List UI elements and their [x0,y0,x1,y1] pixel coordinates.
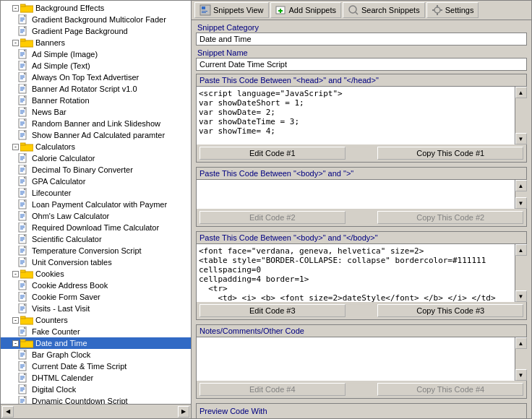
tree-item-loan-payment[interactable]: Loan Payment Calculator with Paymer [1,199,191,210]
tree-item-unit-conv[interactable]: Unit Conversion tables [1,256,191,268]
tree-item-label: Ohm's Law Calculator [32,212,109,220]
tree-item-gpa-calc[interactable]: GPA Calculator [1,176,191,187]
code2-textarea[interactable] [197,180,515,209]
code1-scrollbar[interactable]: ▲ ▼ [515,87,526,144]
tree-item-required-download[interactable]: Required Download Time Calculator [1,222,191,233]
code1-scroll-down[interactable]: ▼ [515,133,527,144]
tree-item-show-banner[interactable]: Show Banner Ad Calculated paramter [1,129,191,141]
tree-item-lifecounter[interactable]: Lifecounter [1,187,191,199]
code2-scroll-up[interactable]: ▲ [515,180,527,191]
tree-item-cookie-form[interactable]: Cookie Form Saver [1,291,191,303]
copy-code4-btn[interactable]: Copy This Code #4 [377,383,523,396]
code4-scroll-track[interactable] [515,349,527,369]
code2-scrollbar[interactable]: ▲ ▼ [515,180,526,209]
tree-item-ohms-law[interactable]: Ohm's Law Calculator [1,210,191,222]
toolbar: Snippets View Add Snippets Search Snippe… [192,1,531,20]
code2-buttons: Edit Code #2 Copy This Code #2 [197,209,526,226]
snippet-name-label: Snippet Name [196,48,527,57]
code1-scroll-up[interactable]: ▲ [515,87,527,98]
copy-code3-btn[interactable]: Copy This Code #3 [377,304,523,317]
expand-icon[interactable]: - [12,5,19,12]
tree-item-background-effects[interactable]: -Background Effects [1,2,191,14]
code4-scroll-down[interactable]: ▼ [515,369,527,381]
scroll-left-btn[interactable]: ◀ [2,406,14,418]
code3-textarea-wrap: ▲ ▼ [197,244,526,302]
file-icon [18,396,30,404]
tree-item-date-and-time[interactable]: -Date and Time [1,337,191,349]
tree-panel: -Background Effects Gradient Background … [0,0,192,419]
tree-item-random-banner[interactable]: Random Banner and Link Slideshow [1,118,191,129]
tree-item-bar-graph-clock[interactable]: Bar Graph Clock [1,349,191,360]
code3-scroll-up[interactable]: ▲ [515,244,527,256]
right-panel: Snippets View Add Snippets Search Snippe… [192,0,532,419]
tree-item-calculators[interactable]: -Calculators [1,141,191,152]
tree-item-decimal-binary[interactable]: Decimal To Binary Converter [1,164,191,176]
settings-btn[interactable]: Settings [426,2,479,18]
tree-item-label: Scientific Calculator [32,235,102,243]
tree-item-dynamic-countdown[interactable]: Dynamic Countdown Script [1,395,191,404]
snippets-view-btn[interactable]: Snippets View [194,2,269,18]
code2-scroll-track[interactable] [515,191,527,197]
file-icon [18,211,30,221]
tree-item-counters[interactable]: -Counters [1,314,191,326]
tree-container[interactable]: -Background Effects Gradient Background … [1,1,191,404]
svg-rect-159 [202,11,207,12]
tree-item-gradient-page[interactable]: Gradient Page Background [1,25,191,37]
file-icon [18,176,30,186]
tree-item-digital-clock[interactable]: Digital Clock [1,384,191,395]
tree-item-label: Random Banner and Link Slideshow [32,119,160,128]
code1-textarea[interactable] [197,87,515,144]
code1-scroll-track[interactable] [515,98,527,133]
tree-item-calorie-calc[interactable]: Calorie Calculator [1,152,191,164]
code3-textarea[interactable] [197,244,515,302]
tree-item-temperature-conv[interactable]: Temperature Conversion Script [1,245,191,256]
tree-item-label: Unit Conversion tables [32,258,112,267]
tree-item-gradient-multicolor[interactable]: Gradient Background Multicolor Fader [1,14,191,25]
copy-code2-btn[interactable]: Copy This Code #2 [377,211,523,224]
tree-item-visits-last[interactable]: Visits - Last Visit [1,303,191,314]
tree-item-always-on-top[interactable]: Always On Top Text Advertiser [1,72,191,83]
edit-code3-btn[interactable]: Edit Code #3 [200,304,346,317]
edit-code2-btn[interactable]: Edit Code #2 [200,211,346,224]
tree-item-banners[interactable]: -Banners [1,37,191,48]
tree-item-banner-ad-rotator[interactable]: Banner Ad Rotator Script v1.0 [1,83,191,95]
code1-textarea-wrap: ▲ ▼ [197,87,526,144]
tree-item-banner-rotation[interactable]: Banner Rotation [1,95,191,106]
horizontal-scrollbar[interactable] [14,406,178,418]
search-snippets-btn[interactable]: Search Snippets [343,2,425,18]
expand-icon[interactable]: - [12,271,19,277]
scroll-right-btn[interactable]: ▶ [178,406,189,418]
code4-textarea[interactable] [197,337,515,381]
file-icon [18,84,30,94]
code2-header: Paste This Code Between "<body>" and ">" [197,168,526,180]
tree-item-ad-simple-image[interactable]: Ad Simple (Image) [1,48,191,60]
tree-item-current-date-time[interactable]: Current Date & Time Script [1,360,191,372]
code2-scroll-down[interactable]: ▼ [515,197,527,209]
tree-item-fake-counter[interactable]: Fake Counter [1,326,191,337]
tree-item-ad-simple-text[interactable]: Ad Simple (Text) [1,60,191,72]
code3-scroll-track[interactable] [515,256,527,290]
expand-icon[interactable]: - [12,144,19,150]
file-icon [18,384,30,394]
expand-icon[interactable]: - [12,40,19,46]
code3-scroll-down[interactable]: ▼ [515,290,527,302]
copy-code1-btn[interactable]: Copy This Code #1 [377,147,523,160]
tree-item-label: Ad Simple (Text) [32,61,90,70]
edit-code4-btn[interactable]: Edit Code #4 [200,383,346,396]
content-area: Snippet Category Date and Time Snippet N… [192,20,531,418]
svg-rect-158 [202,7,205,9]
tree-item-label: News Bar [32,108,66,116]
tree-item-cookie-address[interactable]: Cookie Address Book [1,280,191,291]
tree-item-label: Decimal To Binary Converter [32,165,133,174]
code4-scroll-up[interactable]: ▲ [515,337,527,349]
tree-item-news-bar[interactable]: News Bar [1,106,191,118]
expand-icon[interactable]: - [12,317,19,324]
code4-scrollbar[interactable]: ▲ ▼ [515,337,526,381]
tree-item-dhtml-calender[interactable]: DHTML Calender [1,372,191,384]
edit-code1-btn[interactable]: Edit Code #1 [200,147,346,160]
tree-item-scientific-calc[interactable]: Scientific Calculator [1,233,191,245]
expand-icon[interactable]: - [12,340,19,347]
add-snippets-btn[interactable]: Add Snippets [270,2,341,18]
tree-item-cookies[interactable]: -Cookies [1,268,191,280]
code3-scrollbar[interactable]: ▲ ▼ [515,244,526,302]
